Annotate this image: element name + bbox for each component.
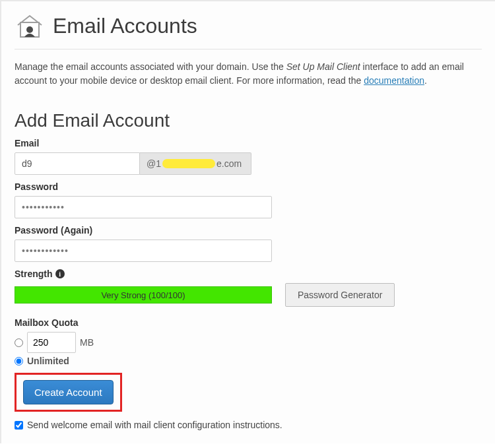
- password-input[interactable]: [15, 196, 272, 218]
- create-account-button[interactable]: Create Account: [23, 380, 114, 404]
- create-button-highlight: Create Account: [15, 373, 122, 412]
- welcome-email-checkbox[interactable]: [15, 421, 23, 430]
- svg-point-1: [26, 26, 33, 33]
- password-again-label: Password (Again): [15, 225, 482, 236]
- password-label: Password: [15, 181, 482, 192]
- email-domain-suffix: @1e.com: [140, 152, 251, 175]
- quota-label: Mailbox Quota: [15, 317, 482, 328]
- quota-custom-radio[interactable]: [15, 338, 23, 347]
- info-icon[interactable]: i: [55, 269, 65, 278]
- email-username-input[interactable]: [15, 152, 140, 175]
- quota-unlimited-radio[interactable]: [15, 357, 23, 366]
- password-generator-button[interactable]: Password Generator: [285, 283, 395, 307]
- page-header: Email Accounts: [15, 1, 482, 49]
- page-description: Manage the email accounts associated wit…: [15, 60, 482, 88]
- section-title: Add Email Account: [15, 110, 482, 131]
- email-accounts-icon: [15, 11, 45, 41]
- strength-label: Strength i: [15, 269, 482, 279]
- quota-unlimited-label: Unlimited: [27, 356, 69, 366]
- strength-meter: Very Strong (100/100): [15, 286, 272, 304]
- page-title: Email Accounts: [53, 14, 197, 38]
- welcome-email-label: Send welcome email with mail client conf…: [27, 420, 282, 430]
- quota-unit: MB: [80, 337, 94, 348]
- quota-value-input[interactable]: [27, 332, 76, 353]
- domain-redacted: [162, 159, 215, 168]
- password-again-input[interactable]: [15, 240, 272, 262]
- documentation-link[interactable]: documentation: [364, 75, 424, 86]
- email-label: Email: [15, 138, 482, 148]
